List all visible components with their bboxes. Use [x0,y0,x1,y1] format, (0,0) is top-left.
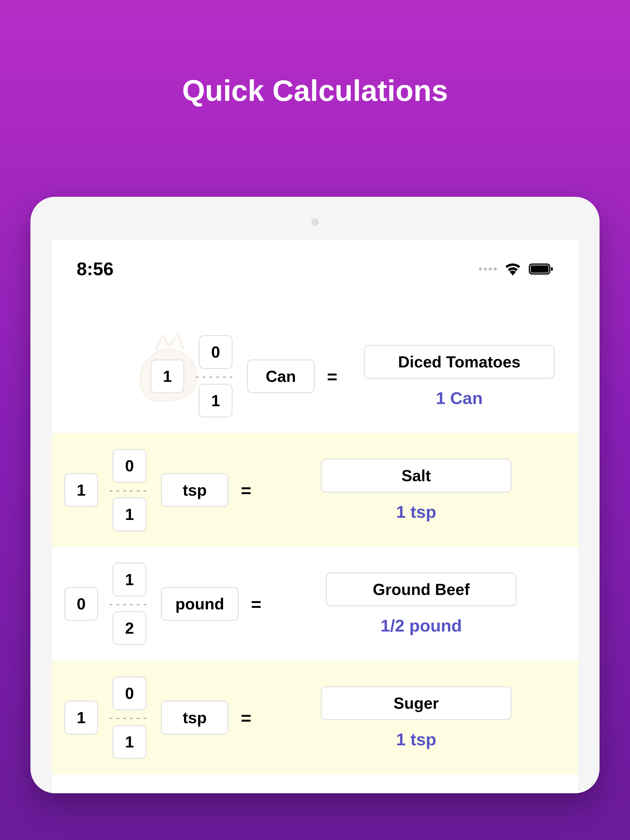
unit-input[interactable]: tsp [161,473,229,507]
status-time: 8:56 [77,258,114,279]
tablet-frame: 8:56 [30,197,600,793]
ingredient-row: 1 0 ------ 1 Can = Diced Tomatoes 1 Can [52,319,578,433]
result-value: 1 Can [436,388,483,408]
result-value: 1/2 pound [380,616,462,636]
ingredient-row: 1 0 ------ 1 tsp = Salt 1 tsp [52,433,578,547]
numerator-input[interactable]: 1 [112,563,146,597]
fraction-divider: ------ [195,370,236,382]
page-title: Quick Calculations [0,0,630,107]
result-group: Diced Tomatoes 1 Can [353,345,566,408]
fraction-group: 0 ------ 1 [109,449,150,531]
fraction-group: 0 ------ 1 [195,335,236,418]
ingredient-input[interactable]: Ground Beef [326,573,516,606]
denominator-input[interactable]: 1 [112,497,146,531]
fraction-group: 0 ------ 1 [109,676,150,759]
ingredient-input[interactable]: Suger [321,686,511,720]
unit-input[interactable]: tsp [161,701,229,734]
fraction-group: 1 ------ 2 [109,563,150,645]
unit-input[interactable]: Can [247,359,315,393]
tablet-camera [311,218,319,226]
ingredient-input[interactable]: Diced Tomatoes [364,345,555,379]
denominator-input[interactable]: 1 [199,384,233,418]
numerator-input[interactable]: 0 [199,335,233,369]
whole-input[interactable]: 1 [150,359,184,393]
result-group: Suger 1 tsp [267,686,566,749]
ingredient-list: 1 0 ------ 1 Can = Diced Tomatoes 1 Can … [52,289,578,775]
svg-rect-1 [531,265,548,273]
equals-label: = [241,480,251,501]
equals-label: = [251,594,261,614]
result-group: Ground Beef 1/2 pound [277,573,566,636]
battery-icon [529,263,553,275]
ingredient-input[interactable]: Salt [321,459,511,493]
unit-input[interactable]: pound [161,587,239,621]
result-value: 1 tsp [396,502,437,522]
status-bar: 8:56 [52,240,578,289]
denominator-input[interactable]: 2 [112,611,146,645]
numerator-input[interactable]: 0 [112,676,146,710]
cellular-dots-icon [479,267,497,271]
numerator-input[interactable]: 0 [112,449,146,483]
whole-input[interactable]: 1 [64,701,98,734]
app-screen: 8:56 [52,240,578,793]
ingredient-row: 0 1 ------ 2 pound = Ground Beef 1/2 pou… [52,547,578,661]
ingredient-row: 1 0 ------ 1 tsp = Suger 1 tsp [52,661,578,775]
equals-label: = [241,707,251,728]
whole-input[interactable]: 0 [64,587,98,621]
denominator-input[interactable]: 1 [112,725,146,759]
equals-label: = [327,366,337,387]
wifi-icon [504,262,521,275]
svg-rect-2 [551,267,553,271]
whole-input[interactable]: 1 [64,473,98,507]
result-value: 1 tsp [396,729,437,749]
status-right [479,262,553,275]
result-group: Salt 1 tsp [267,459,566,522]
fraction-divider: ------ [109,484,150,496]
fraction-divider: ------ [109,598,150,610]
fraction-divider: ------ [109,712,150,724]
